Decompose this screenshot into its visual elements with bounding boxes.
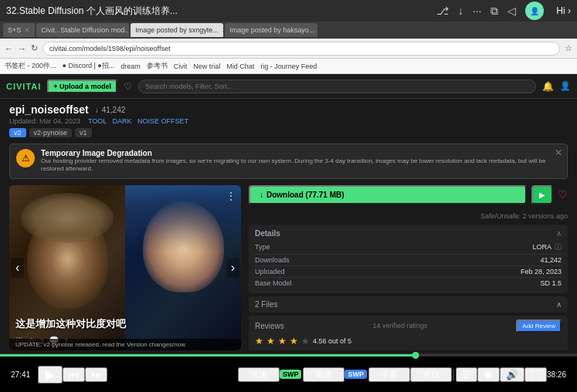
info-icon[interactable]: ⓘ (555, 242, 562, 252)
tab-3-close[interactable]: ✕ (222, 26, 223, 34)
add-review-btn[interactable]: Add Review (516, 319, 562, 333)
star-2: ★ (266, 336, 275, 346)
share-icon[interactable]: ⎇ (436, 5, 449, 17)
versions-text: Safe/Unsafe: 2 versions ago (480, 212, 568, 220)
heart-icon[interactable]: ♡ (124, 81, 132, 92)
versions-info: Safe/Unsafe: 2 versions ago (249, 208, 568, 221)
star-1: ★ (255, 336, 263, 346)
civitai-logo: CIVITAI (6, 82, 41, 91)
warning-icon: ⚠ (16, 149, 35, 167)
quality-btn[interactable]: 高清 (303, 367, 345, 382)
detail-downloads-val: 41,242 (540, 256, 562, 264)
notification-icon[interactable]: 🔔 (542, 81, 554, 92)
detail-type-val: LORA ⓘ (532, 242, 562, 252)
content-area: ‹ › 这是增加这种对比度对吧 ⋮ ♡ ☆ 2 💬 7 UPDATE: v2-p… (0, 182, 577, 353)
play-btn[interactable]: ▶ (531, 185, 553, 204)
details-panel: ↓ Download (77.71 MB) ▶ ♡ Safe/Unsafe: 2… (249, 185, 568, 350)
avatar[interactable]: 👤 (525, 2, 544, 20)
video-player: 27:41 ▶ ⏮ ⏭ 倍速 SWP 高清 SWP 字幕 查找 ☰ ⏺ 🔊 ⛶ … (0, 353, 577, 392)
bookmark-4[interactable]: 参考书 (147, 61, 168, 71)
reviews-count: 14 verified ratings (373, 322, 428, 329)
menu-btn[interactable]: ☰ (456, 367, 477, 382)
back-btn[interactable]: ← (5, 44, 13, 53)
page-content: epi_noiseoffset ↓ 41,242 Updated: Mar 04… (0, 99, 577, 353)
speed-btn[interactable]: 倍速 (238, 367, 280, 382)
image-container: ‹ › 这是增加这种对比度对吧 ⋮ ♡ ☆ 2 💬 7 UPDATE: v2-p… (9, 185, 241, 350)
detail-basemodel-key: Base Model (255, 279, 292, 287)
bookmark-7[interactable]: Mid Chat (226, 63, 254, 70)
prev-chapter-btn[interactable]: ⏮ (63, 367, 85, 382)
image-section: ‹ › 这是增加这种对比度对吧 ⋮ ♡ ☆ 2 💬 7 UPDATE: v2-p… (9, 185, 241, 350)
time-elapsed: 27:41 (11, 370, 38, 379)
next-image-btn[interactable]: › (226, 258, 239, 278)
search-input[interactable] (138, 79, 536, 93)
detail-uploaded-key: Uploaded (255, 268, 285, 275)
notif-close-btn[interactable]: ✕ (555, 147, 562, 158)
model-tab-dark[interactable]: DARK (112, 117, 131, 125)
model-stats: ↓ 41,242 (95, 106, 126, 114)
notif-content: Temporary Image Degradation Our hosting … (41, 149, 561, 174)
tab-4[interactable]: Image posted by haksayo... ✕ (225, 23, 317, 37)
tag-pynoise[interactable]: v2-pynoise (29, 128, 73, 137)
time-total: 38:26 (547, 370, 566, 379)
notif-title: Temporary Image Degradation (41, 149, 561, 157)
bookmark-btn[interactable]: ☆ (565, 43, 572, 53)
volume-btn[interactable]: 🔊 (500, 367, 524, 382)
bookmark-3[interactable]: dream (120, 63, 141, 70)
detail-downloads-key: Downloads (255, 256, 290, 264)
detail-uploaded-val: Feb 28, 2023 (521, 268, 562, 275)
rating-text: 4.56 out of 5 (313, 337, 351, 345)
detail-downloads-row: Downloads 41,242 (255, 255, 562, 266)
model-updated: Updated: Mar 04, 2023 (9, 117, 80, 125)
user-icon[interactable]: 👤 (560, 81, 571, 91)
model-header: epi_noiseoffset ↓ 41,242 Updated: Mar 04… (0, 99, 577, 140)
stars-row: ★ ★ ★ ★ ★ 4.56 out of 5 (255, 336, 562, 346)
forward-btn[interactable]: → (18, 44, 26, 53)
tag-v1[interactable]: v1 (75, 128, 92, 137)
fullscreen-btn[interactable]: ⛶ (524, 367, 547, 382)
address-input[interactable] (42, 42, 560, 56)
tag-v2[interactable]: v2 (9, 128, 26, 137)
tab-3[interactable]: Image posted by sxngyte... ✕ (131, 23, 223, 37)
quality-group: SWP 高清 (280, 367, 345, 382)
bookmark-6[interactable]: New trial (193, 63, 220, 70)
image-more-btn[interactable]: ⋮ (226, 190, 236, 202)
bookmark-2[interactable]: ● Discord | ●招... (63, 61, 115, 71)
prev-image-btn[interactable]: ‹ (11, 258, 24, 278)
detail-basemodel-val: SD 1.5 (540, 279, 562, 287)
tab-1[interactable]: S+S ✕ (3, 23, 35, 37)
bookmark-5[interactable]: Civit (174, 63, 188, 70)
title-icons: ⎇ ↓ ··· ⧉ ◁ 👤 Hi › (436, 2, 571, 20)
reviews-section: Reviews 14 verified ratings Add Review ★… (249, 316, 568, 350)
window-title: 32.Stable Diffusion 个人画风的训练培养... (6, 5, 436, 18)
upload-model-btn[interactable]: + Upload a model (47, 79, 117, 93)
progress-bar[interactable] (0, 354, 577, 357)
files-section: 2 Files ∧ (249, 296, 568, 313)
model-tab-noise[interactable]: NOISE OFFSET (137, 117, 188, 125)
download-btn[interactable]: ↓ Download (77.71 MB) (249, 185, 527, 204)
play-pause-btn[interactable]: ▶ (38, 366, 63, 384)
record-btn[interactable]: ⏺ (477, 367, 500, 382)
files-label: 2 Files (255, 300, 277, 309)
details-chevron[interactable]: ∧ (556, 229, 562, 238)
download-icon[interactable]: ↓ (458, 5, 463, 17)
detail-type-row: Type LORA ⓘ (255, 241, 562, 255)
star-3: ★ (278, 336, 287, 346)
hi-label[interactable]: Hi › (556, 5, 571, 16)
favorite-btn[interactable]: ♡ (558, 188, 568, 201)
audio-icon[interactable]: ◁ (507, 5, 516, 17)
files-chevron[interactable]: ∧ (556, 300, 562, 309)
search-btn[interactable]: 查找 (410, 367, 452, 382)
subtitle-btn[interactable]: 字幕 (368, 367, 410, 382)
model-tab-tool[interactable]: TOOL (88, 117, 107, 125)
pip-icon[interactable]: ⧉ (490, 5, 498, 18)
more-icon[interactable]: ··· (473, 5, 482, 17)
refresh-btn[interactable]: ↻ (31, 43, 38, 53)
next-chapter-btn[interactable]: ⏭ (85, 367, 107, 382)
bookmark-8[interactable]: rig - Journey Feed (260, 63, 317, 70)
tab-1-close[interactable]: ✕ (24, 26, 30, 34)
bookmark-1[interactable]: 书签栏 - 200件... (5, 61, 56, 71)
browser-tabs: S+S ✕ Civit...Stable Diffusion mod... ✕ … (0, 22, 577, 39)
model-meta: Updated: Mar 04, 2023 TOOL DARK NOISE OF… (9, 117, 568, 125)
tab-2[interactable]: Civit...Stable Diffusion mod... ✕ (36, 23, 129, 37)
